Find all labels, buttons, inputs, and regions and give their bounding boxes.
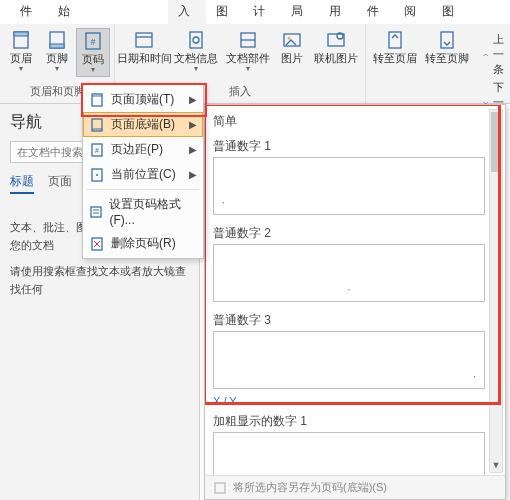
goto-footer-button[interactable]: 转至页脚 (422, 28, 472, 66)
tab-layout[interactable]: 布局 (281, 0, 319, 24)
goto-footer-icon (437, 30, 457, 50)
svg-point-27 (96, 174, 98, 176)
docinfo-button[interactable]: 文档信息 ▾ (171, 28, 221, 75)
page-number-menu: 页面顶端(T) ▶ 页面底端(B) ▶ # 页边距(P) ▶ 当前位置(C) ▶… (82, 84, 204, 259)
docinfo-icon (186, 30, 206, 50)
ribbon-group-label: 插入 (229, 84, 251, 101)
chevron-down-icon: ▾ (194, 64, 198, 73)
gallery-item-plain-2[interactable]: · (213, 244, 485, 302)
chevron-down-icon: ▾ (91, 65, 95, 74)
gallery-section-xy: X / Y (213, 395, 497, 409)
header-button[interactable]: 页眉 ▾ (4, 28, 38, 77)
header-icon (11, 30, 31, 50)
online-picture-button[interactable]: 联机图片 (311, 28, 361, 75)
submenu-arrow-icon: ▶ (189, 94, 197, 105)
svg-rect-34 (215, 483, 225, 493)
gallery-item-label: 加粗显示的数字 1 (213, 409, 497, 432)
svg-point-13 (288, 37, 291, 40)
svg-text:#: # (95, 147, 99, 154)
chevron-down-icon: ▾ (55, 64, 59, 73)
submenu-arrow-icon: ▶ (189, 169, 197, 180)
picture-icon (282, 30, 302, 50)
svg-point-9 (193, 37, 199, 43)
page-top-icon (89, 92, 105, 108)
submenu-arrow-icon: ▶ (189, 119, 197, 130)
gallery-item-label: 普通数字 2 (213, 221, 497, 244)
svg-rect-28 (91, 207, 101, 217)
footer-button[interactable]: 页脚 ▾ (40, 28, 74, 77)
ribbon-group-goto: 转至页眉 转至页脚 (366, 24, 476, 103)
chevron-down-icon: ▾ (19, 64, 23, 73)
gallery-item-label: 普通数字 3 (213, 308, 497, 331)
page-margin-icon: # (89, 142, 105, 158)
nav-tab-headings[interactable]: 标题 (10, 173, 34, 194)
menu-remove-page-number[interactable]: 删除页码(R) (83, 231, 203, 256)
gallery-item-plain-1[interactable]: · (213, 157, 485, 215)
menu-page-margin[interactable]: # 页边距(P) ▶ (83, 137, 203, 162)
footer-icon (47, 30, 67, 50)
tab-home[interactable]: 开始 (48, 0, 86, 24)
ribbon: 页眉 ▾ 页脚 ▾ # 页码 ▾ 页眉和页脚 日期和时间 文档信 (0, 24, 510, 104)
gallery-item-plain-3[interactable]: · (213, 331, 485, 389)
gallery-save-selection[interactable]: 将所选内容另存为页码(底端)(S) (205, 475, 505, 499)
scroll-down-icon[interactable]: ▼ (490, 458, 502, 472)
svg-rect-3 (50, 44, 64, 48)
page-number-icon: # (83, 31, 103, 51)
tab-design[interactable]: 设计 (243, 0, 281, 24)
calendar-icon (134, 30, 154, 50)
svg-text:#: # (90, 37, 95, 47)
submenu-arrow-icon: ▶ (189, 144, 197, 155)
ribbon-group-nav: 上一条 下一条 链接到前一节 导航 (476, 24, 510, 103)
svg-rect-6 (136, 33, 152, 47)
current-pos-icon (89, 167, 105, 183)
scroll-thumb[interactable] (491, 112, 501, 172)
nav-prev-button[interactable]: 上一条 (482, 32, 510, 77)
save-icon (213, 481, 227, 495)
tab-draw[interactable]: 绘图 (206, 0, 244, 24)
menu-format-page-number[interactable]: 设置页码格式(F)... (83, 192, 203, 231)
menu-current-pos[interactable]: 当前位置(C) ▶ (83, 162, 203, 187)
tab-references[interactable]: 引用 (319, 0, 357, 24)
svg-rect-14 (328, 34, 344, 46)
picture-button[interactable]: 图片 (275, 28, 309, 75)
datetime-button[interactable]: 日期和时间 (119, 28, 169, 75)
tab-view[interactable]: 视图 (432, 0, 470, 24)
gallery-scrollbar[interactable]: ▲ ▼ (489, 109, 503, 473)
delete-icon (89, 236, 105, 252)
gallery-section-simple: 简单 (213, 109, 497, 134)
goto-header-button[interactable]: 转至页眉 (370, 28, 420, 66)
menu-page-top[interactable]: 页面顶端(T) ▶ (83, 87, 203, 112)
tab-mat[interactable]: Mat (470, 0, 510, 24)
svg-rect-8 (190, 32, 202, 48)
docparts-button[interactable]: 文档部件 ▾ (223, 28, 273, 75)
menu-page-bottom[interactable]: 页面底端(B) ▶ (83, 112, 203, 137)
tab-file[interactable]: 文件 (10, 0, 48, 24)
page-number-button[interactable]: # 页码 ▾ (76, 28, 110, 77)
gallery-item-label: 普通数字 1 (213, 134, 497, 157)
format-icon (89, 204, 103, 220)
page-number-gallery: 简单 普通数字 1 · 普通数字 2 · 普通数字 3 · X / Y 加粗显示… (204, 104, 506, 500)
chevron-down-icon: ▾ (246, 64, 250, 73)
tab-review[interactable]: 审阅 (394, 0, 432, 24)
menu-separator (87, 189, 199, 190)
tab-mail[interactable]: 邮件 (357, 0, 395, 24)
parts-icon (238, 30, 258, 50)
ribbon-tabs: 文件 开始 OfficePLUS 插入 绘图 设计 布局 引用 邮件 审阅 视图… (0, 0, 510, 24)
online-picture-icon (326, 30, 346, 50)
tab-officeplus[interactable]: OfficePLUS (86, 0, 168, 24)
nav-tab-pages[interactable]: 页面 (48, 173, 72, 194)
goto-header-icon (385, 30, 405, 50)
tab-insert[interactable]: 插入 (168, 0, 206, 24)
svg-rect-1 (14, 32, 28, 36)
page-bottom-icon (89, 117, 105, 133)
ribbon-group-label: 页眉和页脚 (30, 84, 85, 101)
